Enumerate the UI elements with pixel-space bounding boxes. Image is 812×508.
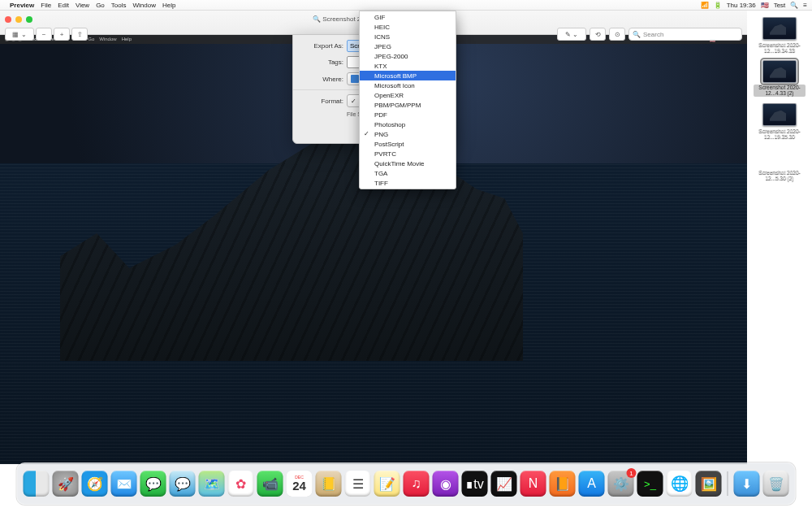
sidebar-button[interactable]: ▦ ⌄ (5, 28, 34, 41)
dock-image[interactable]: 🖼️ (696, 471, 722, 497)
app-name[interactable]: Preview (10, 2, 34, 9)
desktop-file[interactable]: Screenshot 2020-12...4.33 (2) (754, 60, 806, 97)
exportas-label: Export As: (300, 42, 343, 50)
format-option[interactable]: OpenEXR (360, 90, 456, 100)
dock-contacts[interactable]: 📒 (316, 471, 342, 497)
dock: 🚀 🧭 ✉️ 💬 💬 🗺️ ✿ 📹 DEC24 📒 ☰ 📝 ♫ ◉ ∎tv 📈 … (17, 462, 796, 505)
dock-messages[interactable]: 💬 (140, 471, 166, 497)
dock-news[interactable]: N (520, 471, 546, 497)
menubar: Preview File Edit View Go Tools Window H… (0, 0, 812, 11)
format-option[interactable]: ✓PNG (360, 129, 456, 139)
search-input[interactable]: 🔍 Search (628, 28, 742, 41)
desktop-file[interactable]: Screenshot 2020-12...5.30 (2) (754, 146, 806, 181)
format-option[interactable]: TGA (360, 168, 456, 178)
dock-downloads[interactable]: ⬇︎ (734, 471, 760, 497)
menu-go[interactable]: Go (96, 2, 105, 9)
dock-tv[interactable]: ∎tv (462, 471, 488, 497)
preview-thumb-icon (762, 60, 797, 83)
control-center-icon[interactable]: ≡ (803, 2, 807, 9)
tags-label: Tags: (300, 59, 343, 66)
dock-notes[interactable]: 📝 (374, 471, 400, 497)
menu-help[interactable]: Help (162, 2, 175, 9)
menu-file[interactable]: File (41, 2, 51, 9)
preview-thumb-icon (763, 146, 796, 167)
dock-imessage[interactable]: 💬 (170, 471, 196, 497)
format-option[interactable]: KTX (360, 61, 456, 71)
format-option[interactable]: TIFF (360, 178, 456, 188)
dock-maps[interactable]: 🗺️ (199, 471, 225, 497)
preview-thumb-icon (762, 17, 797, 40)
menu-window[interactable]: Window (133, 2, 156, 9)
format-option[interactable]: Microsoft Icon (360, 80, 456, 90)
zoom-in-button[interactable]: + (54, 28, 70, 41)
menu-view[interactable]: View (76, 2, 89, 9)
dock-finder[interactable] (24, 471, 50, 497)
dock-facetime[interactable]: 📹 (257, 471, 283, 497)
format-option[interactable]: Photoshop (360, 119, 456, 129)
rotate-button[interactable]: ⟲ (590, 28, 606, 41)
battery-icon[interactable]: 🔋 (714, 2, 722, 9)
dock-trash[interactable]: 🗑️ (763, 471, 789, 497)
format-option[interactable]: HEIC (360, 22, 456, 32)
toolbar-left: ▦ ⌄ − + ⇪ (5, 28, 88, 41)
format-option[interactable]: JPEG (360, 41, 456, 51)
menu-tools[interactable]: Tools (111, 2, 127, 9)
format-option[interactable]: GIF (360, 12, 456, 22)
dock-podcasts[interactable]: ◉ (433, 471, 459, 497)
menu-edit[interactable]: Edit (58, 2, 69, 9)
where-label: Where: (300, 76, 343, 83)
dock-separator (728, 471, 728, 496)
clock[interactable]: Thu 19:36 (727, 2, 756, 9)
wifi-icon[interactable]: 📶 (701, 2, 709, 9)
dock-reminders[interactable]: ☰ (345, 471, 371, 497)
dock-photos[interactable]: ✿ (228, 471, 254, 497)
share-button[interactable]: ⇪ (71, 28, 88, 41)
format-label: Format: (300, 98, 343, 105)
format-option[interactable]: PBM/PGM/PPM (360, 100, 456, 110)
search-icon: 🔍 (633, 31, 641, 38)
folder-icon (351, 75, 359, 83)
format-dropdown: GIFHEICICNSJPEGJPEG-2000KTXMicrosoft BMP… (359, 11, 456, 189)
dock-chrome[interactable]: 🌐 (667, 471, 693, 497)
markup-button[interactable]: ✎ ⌄ (557, 28, 586, 41)
dock-safari[interactable]: 🧭 (82, 471, 108, 497)
dock-terminal[interactable]: >_ (637, 471, 663, 497)
dock-stocks[interactable]: 📈 (491, 471, 517, 497)
desktop-icons: Screenshot 2020-12...19.34.33 Screenshot… (747, 11, 812, 464)
format-option[interactable]: ICNS (360, 32, 456, 41)
format-option[interactable]: PDF (360, 110, 456, 119)
format-option[interactable]: PostScript (360, 139, 456, 149)
preview-thumb-icon (762, 103, 797, 126)
spotlight-icon[interactable]: 🔍 (790, 2, 798, 9)
dock-mail[interactable]: ✉️ (111, 471, 137, 497)
edit-button[interactable]: ⊙ (609, 28, 625, 41)
dock-appstore[interactable]: A (579, 471, 605, 497)
toolbar-right: ✎ ⌄ ⟲ ⊙ 🔍 Search (557, 28, 742, 41)
dock-music[interactable]: ♫ (404, 471, 430, 497)
badge-icon: 1 (627, 468, 637, 478)
dock-books[interactable]: 📙 (550, 471, 576, 497)
format-option[interactable]: PVRTC (360, 149, 456, 158)
dock-sysprefs[interactable]: ⚙️1 (608, 471, 634, 497)
flag-icon[interactable]: 🇺🇸 (761, 2, 769, 9)
desktop-file[interactable]: Screenshot 2020-12...19.35.30 (754, 103, 806, 140)
format-option[interactable]: Microsoft BMP (360, 71, 456, 80)
dock-launchpad[interactable]: 🚀 (53, 471, 79, 497)
user-menu[interactable]: Test (774, 2, 786, 9)
desktop-file[interactable]: Screenshot 2020-12...19.34.33 (754, 17, 806, 54)
dock-calendar[interactable]: DEC24 (287, 471, 313, 497)
zoom-out-button[interactable]: − (36, 28, 52, 41)
format-option[interactable]: QuickTime Movie (360, 158, 456, 168)
format-option[interactable]: JPEG-2000 (360, 51, 456, 61)
